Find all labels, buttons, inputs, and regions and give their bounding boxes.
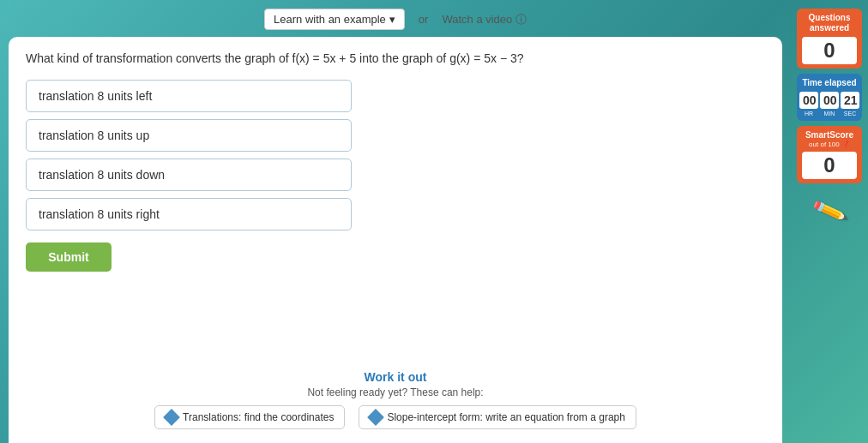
- work-it-out-section: Work it out Not feeling ready yet? These…: [26, 370, 765, 434]
- sidebar: Questions answered 0 Time elapsed 00 00 …: [791, 0, 868, 443]
- help-links: Translations: find the coordinates Slope…: [26, 405, 765, 429]
- or-text: or: [419, 13, 429, 26]
- smart-score-value: 0: [802, 152, 857, 179]
- sec-label: SEC: [841, 111, 859, 117]
- time-display: 00 00 21: [802, 92, 857, 109]
- time-elapsed-title: Time elapsed: [802, 78, 857, 88]
- questions-answered-box: Questions answered 0: [797, 9, 862, 69]
- main-container: Learn with an example ▾ or Watch a video…: [0, 0, 791, 443]
- time-sec: 21: [841, 92, 859, 109]
- smart-score-title: SmartScore: [802, 130, 857, 141]
- time-min: 00: [820, 92, 839, 109]
- smart-score-box: SmartScore out of 100 ❓ 0: [797, 126, 862, 183]
- not-ready-text: Not feeling ready yet? These can help:: [26, 386, 765, 398]
- help-link-2-label: Slope-intercept form: write an equation …: [387, 411, 624, 423]
- help-link-1-label: Translations: find the coordinates: [183, 411, 334, 423]
- content-area: What kind of transformation converts the…: [9, 37, 782, 443]
- answer-option-4[interactable]: translation 8 units right: [26, 198, 352, 230]
- questions-answered-value: 0: [802, 37, 857, 64]
- smart-score-subtitle: out of 100 ❓: [802, 141, 857, 148]
- learn-label: Learn with an example: [274, 13, 386, 26]
- answer-option-1[interactable]: translation 8 units left: [26, 80, 352, 112]
- time-labels: HR MIN SEC: [802, 111, 857, 117]
- top-bar: Learn with an example ▾ or Watch a video…: [9, 9, 782, 30]
- help-link-1[interactable]: Translations: find the coordinates: [154, 405, 345, 429]
- time-hr: 00: [799, 92, 818, 109]
- min-label: MIN: [820, 111, 839, 117]
- time-elapsed-box: Time elapsed 00 00 21 HR MIN SEC: [797, 74, 862, 121]
- submit-button[interactable]: Submit: [26, 242, 112, 272]
- watch-video-link[interactable]: Watch a video ⓘ: [442, 12, 527, 27]
- learn-with-example-button[interactable]: Learn with an example ▾: [264, 9, 405, 30]
- diamond-icon-2: [368, 409, 385, 426]
- answer-option-3[interactable]: translation 8 units down: [26, 159, 352, 191]
- hr-label: HR: [799, 111, 818, 117]
- answer-option-2[interactable]: translation 8 units up: [26, 119, 352, 152]
- chevron-down-icon: ▾: [389, 13, 395, 26]
- questions-answered-title: Questions answered: [802, 13, 857, 33]
- work-it-out-title: Work it out: [26, 370, 765, 384]
- diamond-icon-1: [163, 409, 180, 426]
- pencil-icon: ✏️: [811, 193, 848, 230]
- help-link-2[interactable]: Slope-intercept form: write an equation …: [359, 405, 636, 429]
- answer-options: translation 8 units left translation 8 u…: [26, 80, 765, 230]
- question-text: What kind of transformation converts the…: [26, 51, 765, 68]
